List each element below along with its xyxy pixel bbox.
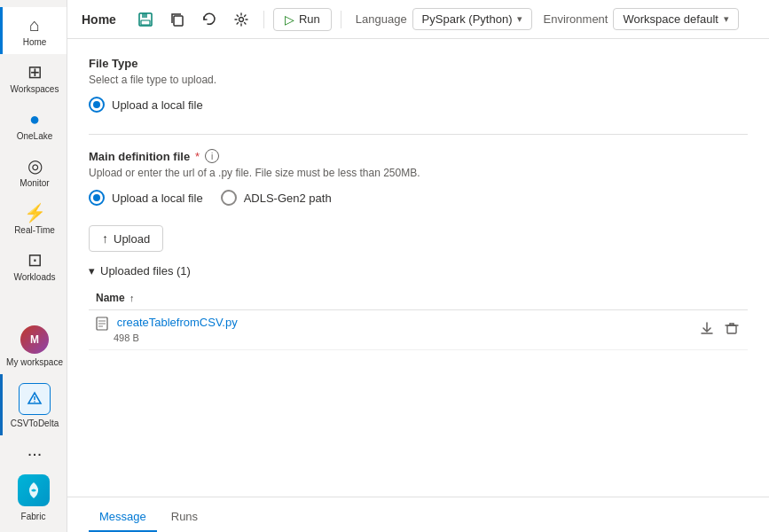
onelake-icon: ● bbox=[29, 110, 40, 128]
sidebar-item-label: Real-Time bbox=[14, 225, 55, 235]
sort-asc-icon: ↑ bbox=[129, 293, 135, 303]
upload-local-radio[interactable] bbox=[89, 97, 105, 113]
bottom-tabs: Message Runs bbox=[67, 497, 769, 532]
sidebar: ⌂ Home ⊞ Workspaces ● OneLake ◎ Monitor … bbox=[0, 0, 67, 532]
more-icon: ··· bbox=[27, 444, 43, 462]
files-table: Name ↑ createTablefromCSV.py 498 B bbox=[89, 286, 748, 350]
sidebar-item-my-workspace[interactable]: M My workspace bbox=[0, 317, 67, 374]
name-column-header: Name ↑ bbox=[89, 286, 691, 310]
main-def-description: Upload or enter the url of a .py file. F… bbox=[89, 167, 748, 179]
realtime-icon: ⚡ bbox=[24, 204, 46, 222]
required-marker: * bbox=[195, 150, 200, 163]
main-def-upload-label: Upload a local file bbox=[112, 192, 203, 205]
section-divider bbox=[89, 134, 748, 135]
main-definition-section: Main definition file * i Upload or enter… bbox=[89, 149, 748, 359]
environment-value: Workspace default bbox=[623, 12, 718, 26]
fabric-label: Fabric bbox=[21, 512, 46, 521]
sidebar-item-csvtodelta[interactable]: CSVToDelta bbox=[0, 374, 67, 435]
sidebar-item-onelake[interactable]: ● OneLake bbox=[0, 101, 67, 148]
svg-rect-5 bbox=[141, 20, 150, 25]
run-label: Run bbox=[299, 12, 320, 26]
file-type-title: File Type bbox=[89, 57, 748, 70]
sidebar-item-label: Workspaces bbox=[11, 84, 59, 94]
file-icon bbox=[96, 316, 112, 329]
file-type-section: File Type Select a file type to upload. … bbox=[89, 57, 748, 120]
csvtodelta-icon bbox=[19, 383, 51, 415]
sidebar-item-workloads[interactable]: ⊡ Workloads bbox=[0, 242, 67, 289]
info-icon[interactable]: i bbox=[205, 149, 219, 163]
file-size: 498 B bbox=[114, 332, 139, 343]
sidebar-item-label: Home bbox=[23, 37, 47, 47]
workloads-icon: ⊡ bbox=[27, 251, 43, 269]
sidebar-item-label: OneLake bbox=[17, 131, 53, 141]
sidebar-item-monitor[interactable]: ◎ Monitor bbox=[0, 148, 67, 195]
chevron-down-icon: ▾ bbox=[517, 13, 522, 25]
delete-button[interactable] bbox=[723, 319, 741, 340]
csvtodelta-label: CSVToDelta bbox=[11, 419, 59, 428]
file-action-icons bbox=[698, 319, 741, 340]
upload-local-label: Upload a local file bbox=[112, 98, 203, 112]
page-title: Home bbox=[82, 12, 116, 27]
sidebar-item-workspaces[interactable]: ⊞ Workspaces bbox=[0, 54, 67, 101]
main-def-adls-radio[interactable] bbox=[221, 190, 237, 206]
sidebar-item-label: Monitor bbox=[20, 178, 49, 188]
sidebar-item-more[interactable]: ··· bbox=[0, 435, 67, 469]
svg-point-2 bbox=[34, 401, 35, 403]
topbar: Home ▷ Run Language PySpark (Python) ▾ E… bbox=[67, 0, 769, 39]
run-play-icon: ▷ bbox=[285, 12, 294, 27]
file-name-cell: createTablefromCSV.py 498 B bbox=[89, 310, 691, 350]
content-area: File Type Select a file type to upload. … bbox=[67, 39, 769, 497]
settings-button[interactable] bbox=[228, 6, 255, 33]
download-button[interactable] bbox=[698, 319, 716, 340]
language-label: Language bbox=[356, 12, 407, 26]
toolbar-separator-2 bbox=[341, 11, 341, 28]
chevron-down-icon-2: ▾ bbox=[724, 13, 729, 25]
language-value: PySpark (Python) bbox=[422, 12, 513, 26]
upload-options: Upload a local file ADLS-Gen2 path bbox=[89, 190, 748, 213]
file-type-sub: Select a file type to upload. bbox=[89, 74, 748, 86]
monitor-icon: ◎ bbox=[27, 157, 43, 175]
upload-button[interactable]: ↑ Upload bbox=[89, 225, 163, 252]
content-spacer bbox=[89, 359, 748, 497]
home-icon: ⌂ bbox=[29, 16, 40, 34]
file-type-radio-group: Upload a local file bbox=[89, 97, 748, 113]
sidebar-bottom: M My workspace CSVToDelta ··· Fabric bbox=[0, 317, 67, 525]
uploaded-files-label: Uploaded files (1) bbox=[100, 264, 191, 278]
expand-chevron-icon: ▾ bbox=[89, 264, 95, 278]
save-button[interactable] bbox=[132, 6, 159, 33]
svg-rect-6 bbox=[174, 16, 183, 26]
sidebar-item-realtime[interactable]: ⚡ Real-Time bbox=[0, 195, 67, 242]
language-dropdown[interactable]: PySpark (Python) ▾ bbox=[412, 8, 533, 30]
environment-label: Environment bbox=[543, 12, 608, 26]
file-actions-cell bbox=[691, 310, 748, 350]
upload-btn-label: Upload bbox=[114, 232, 150, 246]
adls-option: ADLS-Gen2 path bbox=[221, 190, 332, 206]
my-workspace-label: My workspace bbox=[6, 357, 63, 367]
upload-local-option: Upload a local file bbox=[89, 190, 203, 206]
svg-rect-4 bbox=[142, 13, 147, 18]
toolbar-separator bbox=[263, 11, 264, 28]
upload-arrow-icon: ↑ bbox=[102, 231, 108, 246]
adls-label: ADLS-Gen2 path bbox=[244, 192, 332, 205]
main-area: Home ▷ Run Language PySpark (Python) ▾ E… bbox=[67, 0, 769, 532]
table-row: createTablefromCSV.py 498 B bbox=[89, 310, 748, 350]
run-button[interactable]: ▷ Run bbox=[273, 8, 332, 31]
workspaces-icon: ⊞ bbox=[27, 63, 43, 81]
svg-rect-14 bbox=[727, 325, 736, 333]
uploaded-files-expand[interactable]: ▾ Uploaded files (1) bbox=[89, 264, 748, 278]
refresh-button[interactable] bbox=[196, 6, 223, 33]
file-name[interactable]: createTablefromCSV.py bbox=[117, 316, 238, 329]
main-def-title: Main definition file bbox=[89, 150, 190, 163]
sidebar-item-home[interactable]: ⌂ Home bbox=[0, 7, 67, 54]
fabric-logo[interactable] bbox=[18, 474, 50, 506]
avatar: M bbox=[20, 325, 49, 354]
tab-runs[interactable]: Runs bbox=[161, 503, 208, 532]
main-def-upload-radio[interactable] bbox=[89, 190, 105, 206]
copy-button[interactable] bbox=[164, 6, 191, 33]
uploaded-files-section: ▾ Uploaded files (1) Name ↑ bbox=[89, 264, 748, 350]
environment-dropdown[interactable]: Workspace default ▾ bbox=[613, 8, 738, 30]
tab-message[interactable]: Message bbox=[89, 503, 157, 532]
svg-point-7 bbox=[239, 17, 243, 21]
actions-column-header bbox=[691, 286, 748, 310]
main-def-header: Main definition file * i bbox=[89, 149, 748, 163]
